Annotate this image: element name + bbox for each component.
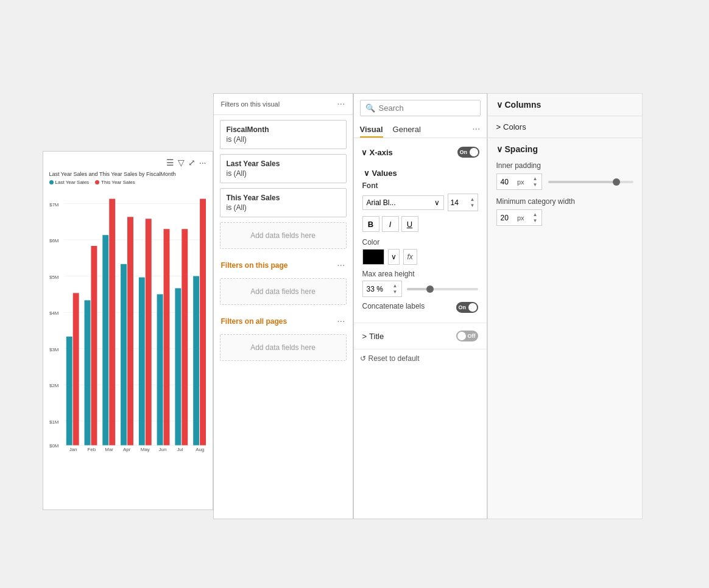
- more-icon[interactable]: ···: [199, 158, 206, 167]
- inner-padding-thumb[interactable]: [613, 178, 620, 186]
- hamburger-icon[interactable]: ☰: [166, 158, 174, 167]
- title-toggle-knob: [457, 332, 466, 340]
- filter-ly-value: is (All): [227, 169, 340, 178]
- filter-fiscal-value: is (All): [227, 135, 340, 144]
- svg-text:Jun: Jun: [158, 447, 166, 452]
- svg-rect-21: [109, 199, 115, 446]
- max-area-slider-thumb[interactable]: [426, 285, 434, 293]
- svg-text:$1M: $1M: [49, 419, 58, 425]
- max-area-label: Max area height: [362, 270, 478, 278]
- min-category-input[interactable]: 20 px ▲ ▼: [496, 209, 542, 226]
- svg-rect-30: [193, 276, 199, 446]
- chevron-down-icon-values: ∨: [364, 169, 370, 178]
- font-size-input[interactable]: 14 ▲ ▼: [448, 194, 478, 211]
- filter-ty-value: is (All): [227, 203, 340, 212]
- svg-text:Mar: Mar: [105, 447, 113, 452]
- italic-button[interactable]: I: [382, 216, 399, 232]
- columns-panel: ∨ Columns > Colors ∨ Spacing Inner paddi…: [487, 93, 643, 519]
- max-area-slider-track[interactable]: [407, 288, 478, 290]
- svg-rect-28: [175, 288, 181, 445]
- title-row[interactable]: > Title Off: [361, 326, 479, 346]
- legend-item-ty: This Year Sales: [95, 180, 135, 185]
- legend-dot-ty: [95, 180, 99, 184]
- bold-button[interactable]: B: [362, 216, 379, 232]
- filter-add-page[interactable]: Add data fields here: [220, 278, 347, 305]
- xaxis-section: ∨ X-axis On ∨ Values Font: [354, 138, 487, 323]
- svg-rect-31: [200, 199, 206, 446]
- svg-text:$7M: $7M: [49, 202, 58, 208]
- svg-rect-26: [157, 294, 163, 445]
- reset-row[interactable]: ↺ Reset to default: [354, 349, 487, 368]
- filters-visual-dots[interactable]: ···: [337, 99, 345, 110]
- filters-visual-title: Filters on this visual: [221, 100, 280, 108]
- inner-padding-slider-track[interactable]: [548, 181, 633, 183]
- search-icon: 🔍: [365, 103, 375, 113]
- columns-section: ∨ Columns: [488, 94, 642, 116]
- filters-all-dots[interactable]: ···: [337, 316, 345, 327]
- columns-title: ∨ Columns: [496, 100, 633, 110]
- inner-padding-input[interactable]: 40 px ▲ ▼: [496, 173, 542, 190]
- legend-label-ly: Last Year Sales: [55, 180, 90, 185]
- max-area-arrows[interactable]: ▲ ▼: [393, 283, 398, 295]
- color-swatch-row: ∨ fx: [362, 249, 478, 265]
- max-area-field: Max area height 33 % ▲ ▼: [362, 270, 478, 297]
- legend-item-ly: Last Year Sales: [49, 180, 90, 185]
- concatenate-toggle[interactable]: On: [456, 302, 478, 313]
- min-category-field: Minimum category width 20 px ▲ ▼: [496, 197, 633, 226]
- min-category-stepper[interactable]: ▲ ▼: [533, 212, 538, 223]
- filter-card-ly[interactable]: Last Year Sales is (All): [220, 154, 347, 183]
- inner-padding-label: Inner padding: [496, 161, 633, 170]
- svg-rect-25: [145, 219, 151, 445]
- search-input[interactable]: [379, 103, 475, 113]
- svg-rect-22: [121, 264, 127, 446]
- chart-title: Last Year Sales and This Year Sales by F…: [49, 171, 206, 177]
- svg-rect-24: [138, 278, 144, 446]
- svg-text:Feb: Feb: [87, 447, 96, 452]
- tab-visual[interactable]: Visual: [360, 120, 383, 138]
- svg-text:$3M: $3M: [49, 347, 58, 352]
- xaxis-toggle[interactable]: On: [457, 147, 479, 158]
- underline-button[interactable]: U: [401, 216, 418, 232]
- svg-rect-23: [127, 217, 133, 445]
- color-chevron[interactable]: ∨: [388, 249, 400, 265]
- filter-add-all[interactable]: Add data fields here: [220, 334, 347, 361]
- font-label: Font: [362, 181, 478, 190]
- legend-dot-ly: [49, 180, 54, 184]
- max-area-slider-row: 33 % ▲ ▼: [362, 281, 478, 297]
- xaxis-header[interactable]: ∨ X-axis On: [360, 143, 481, 161]
- filters-page-dots[interactable]: ···: [337, 260, 345, 271]
- filter-card-fiscal[interactable]: FiscalMonth is (All): [220, 120, 347, 149]
- title-label: > Title: [362, 332, 384, 341]
- xaxis-title: ∨ X-axis: [361, 148, 393, 157]
- inner-padding-slider-row: 40 px ▲ ▼: [496, 173, 633, 190]
- max-area-stepper[interactable]: 33 % ▲ ▼: [362, 281, 402, 297]
- tab-more-dots[interactable]: ···: [472, 124, 480, 135]
- search-bar[interactable]: 🔍: [360, 100, 481, 116]
- svg-rect-17: [72, 293, 79, 445]
- colors-title: Colors: [503, 122, 526, 131]
- color-swatch[interactable]: [362, 249, 384, 265]
- filter-card-ty[interactable]: This Year Sales is (All): [220, 188, 347, 217]
- fx-button[interactable]: fx: [403, 249, 417, 265]
- font-field: Font Arial Bl... ∨ 14 ▲ ▼: [362, 181, 478, 232]
- svg-text:$6M: $6M: [49, 238, 58, 243]
- font-size-stepper[interactable]: ▲ ▼: [470, 197, 475, 208]
- chevron-icon: ∨: [434, 198, 440, 207]
- reset-icon: ↺: [360, 354, 366, 363]
- svg-rect-18: [84, 300, 90, 445]
- title-toggle[interactable]: Off: [456, 331, 478, 341]
- color-field: Color ∨ fx: [362, 238, 478, 265]
- svg-text:$4M: $4M: [49, 310, 58, 316]
- chart-panel: ☰ ▽ ⤢ ··· Last Year Sales and This Year …: [43, 151, 213, 510]
- svg-text:Jul: Jul: [177, 447, 183, 452]
- svg-rect-20: [102, 235, 108, 445]
- tab-general[interactable]: General: [393, 120, 421, 138]
- filter-icon[interactable]: ▽: [178, 158, 185, 167]
- font-select[interactable]: Arial Bl... ∨: [362, 195, 444, 210]
- colors-header[interactable]: > Colors: [496, 122, 633, 131]
- reset-label: Reset to default: [369, 354, 420, 363]
- inner-padding-stepper[interactable]: ▲ ▼: [533, 176, 538, 187]
- values-header[interactable]: ∨ Values: [362, 165, 478, 181]
- filter-add-visual[interactable]: Add data fields here: [220, 222, 347, 249]
- expand-icon[interactable]: ⤢: [188, 158, 196, 167]
